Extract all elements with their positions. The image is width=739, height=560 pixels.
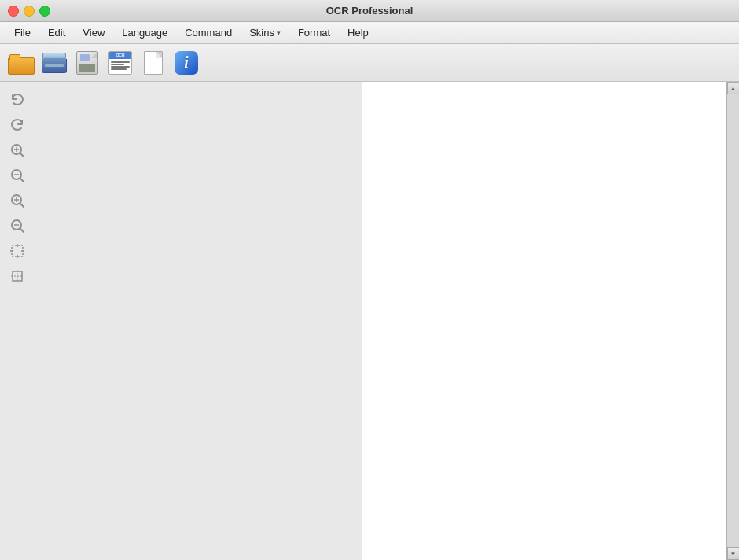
side-toolbar bbox=[0, 82, 35, 560]
text-area-container: ▲ ▼ bbox=[362, 82, 739, 560]
toolbar: OCR i bbox=[0, 44, 739, 82]
svg-line-12 bbox=[20, 229, 24, 233]
maximize-button[interactable] bbox=[39, 6, 50, 17]
new-document-button[interactable] bbox=[138, 48, 168, 78]
zoom-fit-icon bbox=[9, 142, 25, 158]
menu-view[interactable]: View bbox=[75, 24, 112, 41]
scan-button[interactable] bbox=[39, 48, 69, 78]
save-button[interactable] bbox=[72, 48, 102, 78]
minimize-button[interactable] bbox=[24, 6, 35, 17]
menu-help[interactable]: Help bbox=[340, 24, 377, 41]
scroll-down-arrow[interactable]: ▼ bbox=[727, 547, 740, 560]
zoom-view-button[interactable] bbox=[3, 164, 31, 187]
right-panel: ▲ ▼ bbox=[362, 82, 739, 560]
svg-line-8 bbox=[20, 204, 24, 208]
zoom-out-button[interactable] bbox=[3, 214, 31, 238]
left-panel bbox=[0, 82, 362, 560]
svg-line-1 bbox=[20, 153, 24, 157]
main-content: ▲ ▼ bbox=[0, 82, 739, 560]
zoom-out-icon bbox=[9, 218, 25, 234]
zoom-view-icon bbox=[9, 168, 25, 183]
zoom-in-icon bbox=[9, 193, 25, 208]
redo-button[interactable] bbox=[3, 113, 31, 137]
menu-format[interactable]: Format bbox=[290, 24, 338, 41]
menu-edit[interactable]: Edit bbox=[40, 24, 73, 41]
scroll-up-arrow[interactable]: ▲ bbox=[727, 82, 740, 94]
svg-rect-14 bbox=[12, 245, 23, 256]
ocr-button[interactable]: OCR bbox=[105, 48, 135, 78]
window-title: OCR Professional bbox=[326, 5, 414, 17]
chevron-down-icon: ▾ bbox=[277, 29, 281, 37]
svg-line-5 bbox=[20, 179, 24, 182]
zoom-fit-button[interactable] bbox=[3, 138, 31, 162]
undo-button[interactable] bbox=[3, 88, 31, 112]
redo-icon bbox=[9, 117, 25, 133]
undo-icon bbox=[9, 92, 25, 108]
close-button[interactable] bbox=[8, 6, 19, 17]
menu-language[interactable]: Language bbox=[114, 24, 175, 41]
vertical-scrollbar[interactable]: ▲ ▼ bbox=[726, 82, 739, 560]
window-controls bbox=[8, 6, 50, 17]
menu-bar: File Edit View Language Command Skins ▾ … bbox=[0, 22, 739, 44]
ocr-text-output[interactable] bbox=[362, 82, 726, 560]
left-image-area bbox=[0, 82, 362, 560]
info-button[interactable]: i bbox=[171, 48, 201, 78]
crop-tool-button[interactable] bbox=[3, 264, 31, 288]
menu-skins[interactable]: Skins ▾ bbox=[241, 24, 289, 41]
zoom-in-button[interactable] bbox=[3, 189, 31, 212]
menu-command[interactable]: Command bbox=[177, 24, 240, 41]
title-bar: OCR Professional bbox=[0, 0, 739, 22]
crop-tool-icon bbox=[9, 268, 25, 284]
image-preview-area bbox=[35, 82, 362, 560]
open-folder-button[interactable] bbox=[6, 48, 36, 78]
select-tool-button[interactable] bbox=[3, 239, 31, 263]
menu-file[interactable]: File bbox=[6, 24, 39, 41]
select-tool-icon bbox=[9, 243, 25, 259]
